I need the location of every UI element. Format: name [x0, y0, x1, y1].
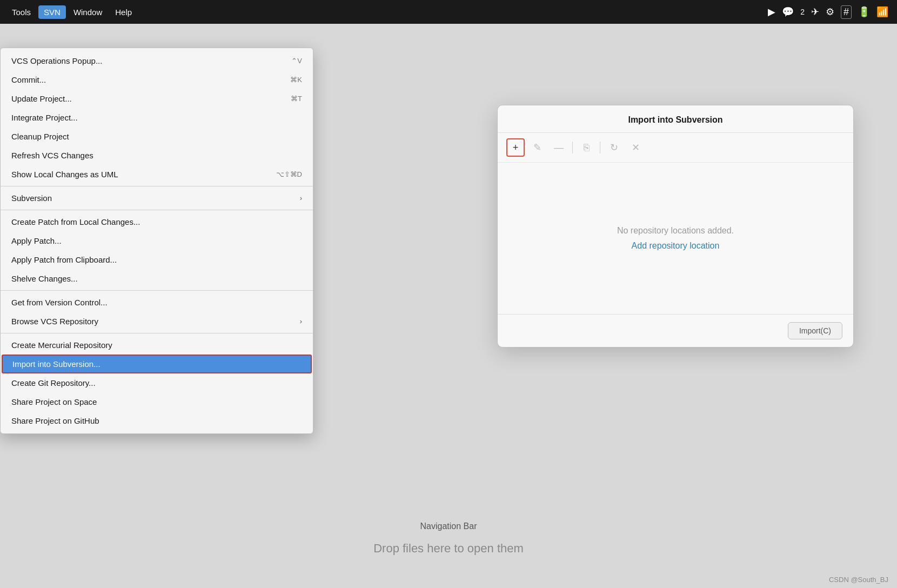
menu-apply-patch-clipboard[interactable]: Apply Patch from Clipboard...: [1, 250, 313, 269]
menu-create-patch[interactable]: Create Patch from Local Changes...: [1, 212, 313, 231]
menu-subversion[interactable]: Subversion ›: [1, 189, 313, 208]
dialog-footer: Import(C): [498, 314, 853, 347]
menu-svn[interactable]: SVN: [38, 5, 66, 19]
menu-refresh-vcs[interactable]: Refresh VCS Changes: [1, 146, 313, 165]
menu-tools[interactable]: Tools: [6, 5, 36, 19]
separator-3: [1, 290, 313, 291]
menu-share-space[interactable]: Share Project on Space: [1, 392, 313, 411]
menu-vcs-operations[interactable]: VCS Operations Popup... ⌃V: [1, 51, 313, 70]
menu-share-github[interactable]: Share Project on GitHub: [1, 411, 313, 430]
dialog-title: Import into Subversion: [498, 105, 853, 133]
menu-commit[interactable]: Commit... ⌘K: [1, 70, 313, 89]
dialog-toolbar: + ✎ — ⎘ ↻ ✕: [498, 133, 853, 163]
menu-help[interactable]: Help: [110, 5, 137, 19]
edit-location-button[interactable]: ✎: [528, 138, 546, 157]
menu-shelve-changes[interactable]: Shelve Changes...: [1, 269, 313, 288]
close-button[interactable]: ✕: [626, 138, 645, 157]
menu-create-git[interactable]: Create Git Repository...: [1, 373, 313, 392]
battery-icon: 🔋: [858, 6, 870, 18]
drop-zone-text: Drop files here to open them: [373, 542, 524, 556]
menu-cleanup-project[interactable]: Cleanup Project: [1, 127, 313, 146]
menu-create-mercurial[interactable]: Create Mercurial Repository: [1, 336, 313, 355]
copy-location-button[interactable]: ⎘: [577, 138, 595, 157]
menu-update-project[interactable]: Update Project... ⌘T: [1, 89, 313, 108]
menu-get-vcs[interactable]: Get from Version Control...: [1, 293, 313, 312]
svn-dropdown-menu: VCS Operations Popup... ⌃V Commit... ⌘K …: [0, 48, 313, 434]
separator-1: [1, 186, 313, 186]
send-icon: ✈: [811, 6, 819, 18]
refresh-button[interactable]: ↻: [605, 138, 623, 157]
menu-browse-vcs[interactable]: Browse VCS Repository ›: [1, 312, 313, 331]
menubar: Tools SVN Window Help ▶ 💬 2 ✈ ⚙ # 🔋 📶: [0, 0, 897, 24]
hash-icon: #: [841, 5, 852, 19]
remove-location-button[interactable]: —: [550, 138, 568, 157]
toolbar-separator-2: [600, 142, 600, 153]
tools-icon: ⚙: [826, 6, 834, 18]
nav-bar-label: Navigation Bar: [420, 522, 477, 531]
import-button[interactable]: Import(C): [788, 322, 842, 339]
menu-apply-patch[interactable]: Apply Patch...: [1, 231, 313, 250]
main-content: Navigation Bar Drop files here to open t…: [0, 24, 897, 588]
wifi-icon: 📶: [876, 6, 888, 18]
dialog-body: No repository locations added. Add repos…: [498, 163, 853, 314]
separator-4: [1, 333, 313, 333]
menubar-items: Tools SVN Window Help: [6, 5, 137, 19]
run-icon: ▶: [768, 6, 775, 18]
add-repository-location-link[interactable]: Add repository location: [632, 241, 720, 251]
menu-window[interactable]: Window: [68, 5, 108, 19]
import-subversion-dialog: Import into Subversion + ✎ — ⎘ ↻ ✕ No re…: [497, 105, 854, 348]
menu-import-subversion[interactable]: Import into Subversion...: [2, 355, 312, 373]
watermark: CSDN @South_BJ: [829, 576, 888, 584]
menubar-right: ▶ 💬 2 ✈ ⚙ # 🔋 📶: [768, 0, 888, 24]
wechat-badge: 2: [800, 8, 805, 16]
menu-show-local-uml[interactable]: Show Local Changes as UML ⌥⇧⌘D: [1, 165, 313, 184]
menu-integrate-project[interactable]: Integrate Project...: [1, 108, 313, 127]
add-location-button[interactable]: +: [506, 138, 525, 157]
wechat-icon: 💬: [782, 6, 794, 18]
separator-2: [1, 210, 313, 210]
no-repo-text: No repository locations added.: [617, 226, 734, 236]
toolbar-separator: [572, 142, 573, 153]
